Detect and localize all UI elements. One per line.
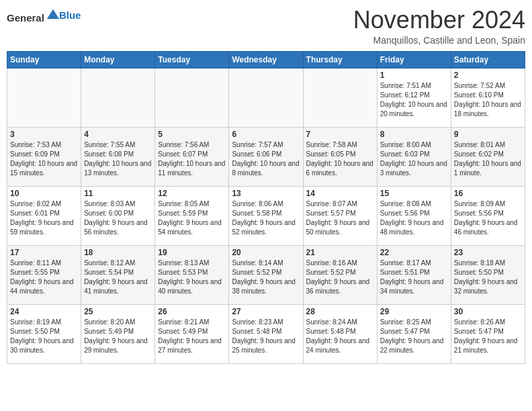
day-info: Sunrise: 8:07 AM Sunset: 5:57 PM Dayligh… (306, 199, 374, 237)
day-info: Sunrise: 8:18 AM Sunset: 5:50 PM Dayligh… (454, 259, 522, 296)
calendar-day-cell: 20Sunrise: 8:14 AM Sunset: 5:52 PM Dayli… (229, 245, 303, 304)
calendar-day-cell: 3Sunrise: 7:53 AM Sunset: 6:09 PM Daylig… (7, 127, 81, 186)
day-info: Sunrise: 8:02 AM Sunset: 6:01 PM Dayligh… (10, 199, 78, 237)
day-number: 25 (84, 307, 152, 316)
day-info: Sunrise: 7:55 AM Sunset: 6:08 PM Dayligh… (84, 140, 152, 178)
day-info: Sunrise: 8:09 AM Sunset: 5:56 PM Dayligh… (454, 199, 522, 237)
page-header: General Blue November 2024 Manquillos, C… (7, 7, 525, 46)
day-info: Sunrise: 8:17 AM Sunset: 5:51 PM Dayligh… (380, 259, 448, 296)
calendar-week-row: 10Sunrise: 8:02 AM Sunset: 6:01 PM Dayli… (7, 186, 525, 245)
day-number: 4 (84, 130, 152, 139)
day-info: Sunrise: 8:26 AM Sunset: 5:47 PM Dayligh… (454, 318, 522, 355)
day-info: Sunrise: 8:01 AM Sunset: 6:02 PM Dayligh… (454, 140, 522, 178)
day-info: Sunrise: 7:52 AM Sunset: 6:10 PM Dayligh… (454, 81, 522, 119)
calendar-day-cell: 7Sunrise: 7:58 AM Sunset: 6:05 PM Daylig… (303, 127, 377, 186)
svg-marker-0 (47, 9, 59, 19)
weekday-header: Thursday (303, 51, 377, 68)
calendar-day-cell: 14Sunrise: 8:07 AM Sunset: 5:57 PM Dayli… (303, 186, 377, 245)
calendar-day-cell: 16Sunrise: 8:09 AM Sunset: 5:56 PM Dayli… (451, 186, 525, 245)
day-number: 6 (232, 130, 300, 139)
calendar-day-cell: 21Sunrise: 8:16 AM Sunset: 5:52 PM Dayli… (303, 245, 377, 304)
day-number: 12 (158, 189, 226, 198)
day-info: Sunrise: 8:25 AM Sunset: 5:47 PM Dayligh… (380, 318, 448, 355)
calendar-day-cell: 25Sunrise: 8:20 AM Sunset: 5:49 PM Dayli… (81, 304, 155, 363)
day-number: 3 (10, 130, 78, 139)
calendar-day-cell: 18Sunrise: 8:12 AM Sunset: 5:54 PM Dayli… (81, 245, 155, 304)
calendar-day-cell: 22Sunrise: 8:17 AM Sunset: 5:51 PM Dayli… (377, 245, 451, 304)
day-number: 17 (10, 248, 78, 257)
day-info: Sunrise: 7:51 AM Sunset: 6:12 PM Dayligh… (380, 81, 448, 119)
calendar-day-cell: 9Sunrise: 8:01 AM Sunset: 6:02 PM Daylig… (451, 127, 525, 186)
weekday-header: Saturday (451, 51, 525, 68)
weekday-header: Sunday (7, 51, 81, 68)
calendar-day-cell (81, 68, 155, 127)
day-info: Sunrise: 8:06 AM Sunset: 5:58 PM Dayligh… (232, 199, 300, 237)
month-title: November 2024 (353, 7, 525, 34)
day-info: Sunrise: 8:08 AM Sunset: 5:56 PM Dayligh… (380, 199, 448, 237)
day-number: 13 (232, 189, 300, 198)
day-info: Sunrise: 8:14 AM Sunset: 5:52 PM Dayligh… (232, 259, 300, 296)
day-number: 22 (380, 248, 448, 257)
day-number: 11 (84, 189, 152, 198)
day-number: 15 (380, 189, 448, 198)
calendar-week-row: 1Sunrise: 7:51 AM Sunset: 6:12 PM Daylig… (7, 68, 525, 127)
calendar-day-cell: 29Sunrise: 8:25 AM Sunset: 5:47 PM Dayli… (377, 304, 451, 363)
calendar-day-cell: 8Sunrise: 8:00 AM Sunset: 6:03 PM Daylig… (377, 127, 451, 186)
location-subtitle: Manquillos, Castille and Leon, Spain (353, 35, 525, 46)
day-number: 28 (306, 307, 374, 316)
logo-icon (46, 7, 60, 21)
day-number: 30 (454, 307, 522, 316)
day-number: 18 (84, 248, 152, 257)
day-info: Sunrise: 8:00 AM Sunset: 6:03 PM Dayligh… (380, 140, 448, 178)
weekday-header: Friday (377, 51, 451, 68)
calendar-day-cell: 17Sunrise: 8:11 AM Sunset: 5:55 PM Dayli… (7, 245, 81, 304)
day-number: 10 (10, 189, 78, 198)
day-number: 8 (380, 130, 448, 139)
day-number: 14 (306, 189, 374, 198)
day-info: Sunrise: 8:24 AM Sunset: 5:48 PM Dayligh… (306, 318, 374, 355)
calendar-day-cell: 24Sunrise: 8:19 AM Sunset: 5:50 PM Dayli… (7, 304, 81, 363)
calendar-day-cell: 27Sunrise: 8:23 AM Sunset: 5:48 PM Dayli… (229, 304, 303, 363)
calendar-day-cell (7, 68, 81, 127)
weekday-header: Tuesday (155, 51, 229, 68)
calendar-day-cell: 1Sunrise: 7:51 AM Sunset: 6:12 PM Daylig… (377, 68, 451, 127)
calendar-week-row: 17Sunrise: 8:11 AM Sunset: 5:55 PM Dayli… (7, 245, 525, 304)
day-info: Sunrise: 8:05 AM Sunset: 5:59 PM Dayligh… (158, 199, 226, 237)
day-number: 16 (454, 189, 522, 198)
day-number: 5 (158, 130, 226, 139)
day-number: 27 (232, 307, 300, 316)
calendar-day-cell: 4Sunrise: 7:55 AM Sunset: 6:08 PM Daylig… (81, 127, 155, 186)
calendar-day-cell: 26Sunrise: 8:21 AM Sunset: 5:49 PM Dayli… (155, 304, 229, 363)
weekday-header: Monday (81, 51, 155, 68)
logo-general: General (7, 12, 44, 24)
day-info: Sunrise: 8:21 AM Sunset: 5:49 PM Dayligh… (158, 318, 226, 355)
day-info: Sunrise: 8:19 AM Sunset: 5:50 PM Dayligh… (10, 318, 78, 355)
day-info: Sunrise: 8:16 AM Sunset: 5:52 PM Dayligh… (306, 259, 374, 296)
calendar-day-cell: 30Sunrise: 8:26 AM Sunset: 5:47 PM Dayli… (451, 304, 525, 363)
calendar-table: SundayMondayTuesdayWednesdayThursdayFrid… (7, 51, 525, 364)
day-number: 23 (454, 248, 522, 257)
day-info: Sunrise: 7:57 AM Sunset: 6:06 PM Dayligh… (232, 140, 300, 178)
logo: General Blue (7, 7, 81, 24)
calendar-day-cell (229, 68, 303, 127)
title-block: November 2024 Manquillos, Castille and L… (353, 7, 525, 46)
day-number: 29 (380, 307, 448, 316)
day-number: 20 (232, 248, 300, 257)
day-info: Sunrise: 8:12 AM Sunset: 5:54 PM Dayligh… (84, 259, 152, 296)
day-number: 21 (306, 248, 374, 257)
calendar-header-row: SundayMondayTuesdayWednesdayThursdayFrid… (7, 51, 525, 68)
day-info: Sunrise: 7:53 AM Sunset: 6:09 PM Dayligh… (10, 140, 78, 178)
day-info: Sunrise: 8:03 AM Sunset: 6:00 PM Dayligh… (84, 199, 152, 237)
day-number: 9 (454, 130, 522, 139)
day-number: 7 (306, 130, 374, 139)
day-number: 24 (10, 307, 78, 316)
calendar-day-cell: 6Sunrise: 7:57 AM Sunset: 6:06 PM Daylig… (229, 127, 303, 186)
calendar-day-cell: 5Sunrise: 7:56 AM Sunset: 6:07 PM Daylig… (155, 127, 229, 186)
day-number: 26 (158, 307, 226, 316)
weekday-header: Wednesday (229, 51, 303, 68)
logo-blue: Blue (59, 9, 81, 21)
calendar-day-cell: 28Sunrise: 8:24 AM Sunset: 5:48 PM Dayli… (303, 304, 377, 363)
calendar-day-cell: 2Sunrise: 7:52 AM Sunset: 6:10 PM Daylig… (451, 68, 525, 127)
day-info: Sunrise: 7:58 AM Sunset: 6:05 PM Dayligh… (306, 140, 374, 178)
calendar-day-cell: 19Sunrise: 8:13 AM Sunset: 5:53 PM Dayli… (155, 245, 229, 304)
